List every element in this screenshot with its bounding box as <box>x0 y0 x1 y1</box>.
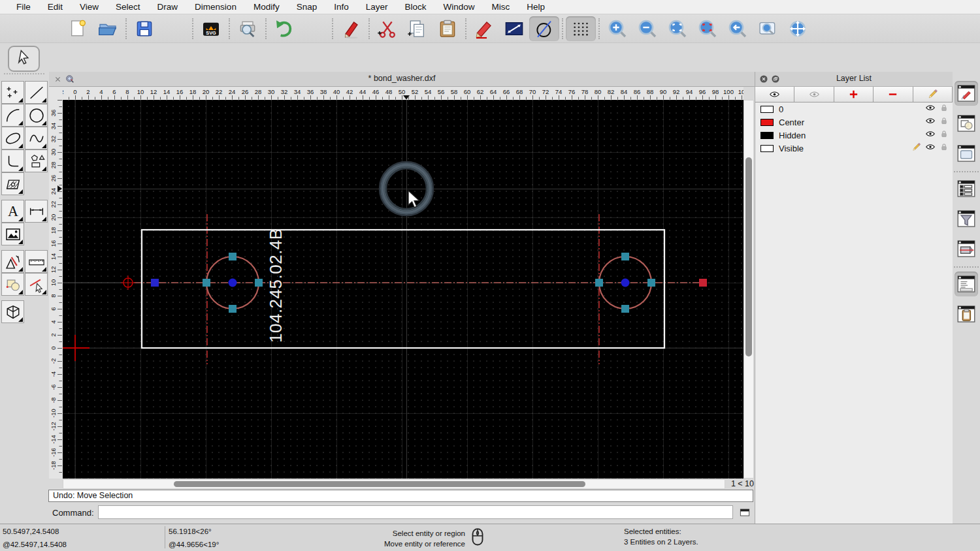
drawing-canvas[interactable]: 104.245.02.4B <box>63 100 743 479</box>
menu-layer[interactable]: Layer <box>357 0 397 14</box>
dock-layer-filter-button[interactable] <box>955 206 978 231</box>
zoom-auto-button[interactable] <box>662 16 693 41</box>
pen-edit-button[interactable] <box>469 16 499 41</box>
tool-ellipse-button[interactable] <box>1 127 24 150</box>
layer-visibility-icon[interactable] <box>925 116 936 129</box>
layer-row-visible[interactable]: Visible <box>755 142 953 155</box>
svg-text:-4: -4 <box>50 371 57 377</box>
svg-text:38: 38 <box>320 88 327 95</box>
tool-polyline-button[interactable] <box>1 150 24 172</box>
menu-misc[interactable]: Misc <box>483 0 519 14</box>
save-button[interactable] <box>129 16 159 41</box>
open-button[interactable] <box>93 16 123 41</box>
zoom-in-button[interactable] <box>602 16 632 41</box>
layer-rows: 0CenterHiddenVisible <box>755 102 953 155</box>
svg-text:92: 92 <box>673 88 680 95</box>
tool-measure-button[interactable] <box>25 250 48 273</box>
menu-file[interactable]: File <box>8 0 39 14</box>
tool-solid-3d-button[interactable] <box>1 300 24 323</box>
menu-dimension[interactable]: Dimension <box>186 0 245 14</box>
tool-points-button[interactable] <box>1 81 24 104</box>
print-preview-button[interactable] <box>233 16 263 41</box>
tool-arc-button[interactable] <box>1 104 24 127</box>
layer-remove-button[interactable] <box>874 87 913 102</box>
menu-snap[interactable]: Snap <box>288 0 326 14</box>
menu-window[interactable]: Window <box>435 0 483 14</box>
save-as-button[interactable] <box>159 16 189 41</box>
command-input[interactable] <box>98 505 733 519</box>
layer-visibility-icon[interactable] <box>925 102 936 116</box>
tool-draft-button[interactable] <box>1 250 24 273</box>
tool-image-button[interactable] <box>1 223 24 245</box>
layer-row-center[interactable]: Center <box>755 116 953 129</box>
menu-select[interactable]: Select <box>107 0 149 14</box>
copy-button[interactable] <box>402 16 433 41</box>
svg-text:-6: -6 <box>50 385 57 390</box>
layer-add-button[interactable] <box>834 87 874 102</box>
dock-layer-list-button[interactable] <box>955 176 978 201</box>
layer-edit-button[interactable] <box>913 87 953 102</box>
command-detach-button[interactable] <box>738 505 752 520</box>
svg-text:8: 8 <box>50 294 57 297</box>
horizontal-scrollbar[interactable] <box>63 479 725 489</box>
dock-command-line-button[interactable] <box>955 272 978 296</box>
dock-pen-wizard-button[interactable] <box>955 81 978 106</box>
tool-line-button[interactable] <box>25 81 48 104</box>
grid-toggle-button[interactable] <box>566 16 596 41</box>
svg-text:36: 36 <box>50 110 57 117</box>
export-svg-button[interactable]: SVG <box>196 16 226 41</box>
layer-lock-icon[interactable] <box>939 103 949 115</box>
svg-text:44: 44 <box>359 88 367 95</box>
toolbar-separator <box>229 18 230 39</box>
status-divider <box>165 526 165 548</box>
tool-polygon-button[interactable] <box>25 150 48 172</box>
tool-select-entity-button[interactable] <box>25 273 48 296</box>
zoom-pan-button[interactable] <box>783 16 813 41</box>
delete-button[interactable] <box>336 16 366 41</box>
menu-edit[interactable]: Edit <box>39 0 71 14</box>
select-tool-button[interactable] <box>8 46 40 72</box>
zoom-select-button[interactable] <box>693 16 723 41</box>
paste-button[interactable] <box>433 16 463 41</box>
layer-lock-icon[interactable] <box>939 116 949 128</box>
menu-view[interactable]: View <box>71 0 107 14</box>
tool-hatch-button[interactable] <box>1 172 24 195</box>
zoom-window-button[interactable] <box>753 16 783 41</box>
menu-modify[interactable]: Modify <box>245 0 288 14</box>
tool-block-button[interactable] <box>1 273 24 296</box>
layer-row-0[interactable]: 0 <box>755 102 953 116</box>
dock-library-browser-button[interactable] <box>955 141 978 166</box>
tool-spline-button[interactable] <box>25 127 48 150</box>
tool-text-button[interactable]: A <box>1 200 24 223</box>
layer-visibility-icon[interactable] <box>925 129 936 142</box>
menu-info[interactable]: Info <box>325 0 357 14</box>
menu-block[interactable]: Block <box>397 0 435 14</box>
layer-lock-icon[interactable] <box>939 129 949 141</box>
vertical-scrollbar[interactable] <box>743 100 754 479</box>
vertical-scrollbar-thumb[interactable] <box>745 157 752 356</box>
layer-row-hidden[interactable]: Hidden <box>755 129 953 142</box>
zoom-out-button[interactable] <box>632 16 662 41</box>
layer-hide-all-button[interactable] <box>794 87 834 102</box>
layer-visibility-icon[interactable] <box>925 142 936 155</box>
new-button[interactable] <box>63 16 93 41</box>
redo-button[interactable] <box>299 16 329 41</box>
undo-history[interactable]: Undo: Move Selection <box>48 490 753 502</box>
menu-help[interactable]: Help <box>518 0 553 14</box>
tool-circle-button[interactable] <box>25 104 48 127</box>
cut-button[interactable] <box>372 16 402 41</box>
dock-block-list-button[interactable] <box>955 111 978 136</box>
horizontal-scrollbar-thumb[interactable] <box>174 481 585 487</box>
layer-name: Visible <box>779 144 804 153</box>
svg-text:84: 84 <box>621 88 628 95</box>
dock-pen-palette-button[interactable] <box>955 236 978 261</box>
undo-button[interactable] <box>269 16 299 41</box>
measure-distance-button[interactable] <box>499 16 529 41</box>
menu-draw[interactable]: Draw <box>149 0 187 14</box>
layer-show-all-button[interactable] <box>755 87 794 102</box>
zoom-previous-button[interactable] <box>723 16 753 41</box>
layer-lock-icon[interactable] <box>939 142 949 154</box>
draft-mode-button[interactable] <box>529 16 559 41</box>
tool-dimension-button[interactable] <box>25 200 48 223</box>
dock-clipboard-panel-button[interactable] <box>955 302 978 326</box>
